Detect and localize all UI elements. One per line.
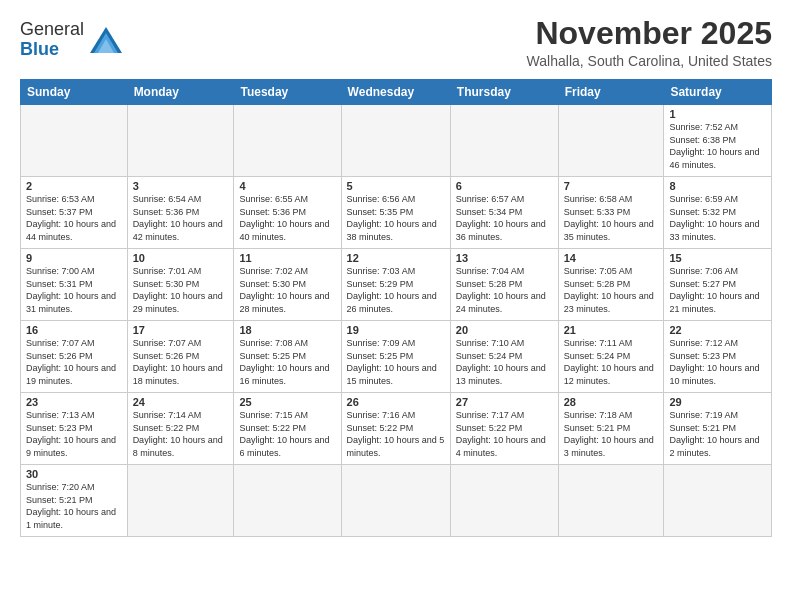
- day-info: Sunrise: 7:07 AM Sunset: 5:26 PM Dayligh…: [26, 337, 122, 387]
- calendar-cell: 8Sunrise: 6:59 AM Sunset: 5:32 PM Daylig…: [664, 177, 772, 249]
- calendar-cell: 4Sunrise: 6:55 AM Sunset: 5:36 PM Daylig…: [234, 177, 341, 249]
- day-number: 24: [133, 396, 229, 408]
- day-info: Sunrise: 7:04 AM Sunset: 5:28 PM Dayligh…: [456, 265, 553, 315]
- calendar-cell: [450, 105, 558, 177]
- day-info: Sunrise: 7:12 AM Sunset: 5:23 PM Dayligh…: [669, 337, 766, 387]
- calendar-cell: 21Sunrise: 7:11 AM Sunset: 5:24 PM Dayli…: [558, 321, 664, 393]
- calendar-week-row: 23Sunrise: 7:13 AM Sunset: 5:23 PM Dayli…: [21, 393, 772, 465]
- day-number: 2: [26, 180, 122, 192]
- day-info: Sunrise: 7:52 AM Sunset: 6:38 PM Dayligh…: [669, 121, 766, 171]
- calendar-cell: [234, 105, 341, 177]
- calendar-cell: [341, 105, 450, 177]
- day-info: Sunrise: 7:00 AM Sunset: 5:31 PM Dayligh…: [26, 265, 122, 315]
- day-info: Sunrise: 7:14 AM Sunset: 5:22 PM Dayligh…: [133, 409, 229, 459]
- day-info: Sunrise: 7:03 AM Sunset: 5:29 PM Dayligh…: [347, 265, 445, 315]
- weekday-header: Friday: [558, 80, 664, 105]
- weekday-header: Wednesday: [341, 80, 450, 105]
- day-info: Sunrise: 7:19 AM Sunset: 5:21 PM Dayligh…: [669, 409, 766, 459]
- day-number: 23: [26, 396, 122, 408]
- weekday-header: Tuesday: [234, 80, 341, 105]
- day-number: 6: [456, 180, 553, 192]
- day-number: 9: [26, 252, 122, 264]
- day-number: 5: [347, 180, 445, 192]
- day-number: 7: [564, 180, 659, 192]
- day-number: 11: [239, 252, 335, 264]
- calendar-cell: 6Sunrise: 6:57 AM Sunset: 5:34 PM Daylig…: [450, 177, 558, 249]
- day-number: 30: [26, 468, 122, 480]
- calendar-cell: 10Sunrise: 7:01 AM Sunset: 5:30 PM Dayli…: [127, 249, 234, 321]
- day-info: Sunrise: 7:01 AM Sunset: 5:30 PM Dayligh…: [133, 265, 229, 315]
- calendar-cell: [127, 105, 234, 177]
- logo-blue: Blue: [20, 39, 59, 59]
- day-number: 14: [564, 252, 659, 264]
- calendar-cell: 7Sunrise: 6:58 AM Sunset: 5:33 PM Daylig…: [558, 177, 664, 249]
- day-number: 12: [347, 252, 445, 264]
- weekday-header: Saturday: [664, 80, 772, 105]
- calendar-cell: 17Sunrise: 7:07 AM Sunset: 5:26 PM Dayli…: [127, 321, 234, 393]
- calendar-cell: [234, 465, 341, 537]
- day-info: Sunrise: 6:55 AM Sunset: 5:36 PM Dayligh…: [239, 193, 335, 243]
- weekday-header: Sunday: [21, 80, 128, 105]
- calendar-header-row: SundayMondayTuesdayWednesdayThursdayFrid…: [21, 80, 772, 105]
- calendar-cell: 14Sunrise: 7:05 AM Sunset: 5:28 PM Dayli…: [558, 249, 664, 321]
- day-number: 18: [239, 324, 335, 336]
- day-number: 13: [456, 252, 553, 264]
- day-info: Sunrise: 6:58 AM Sunset: 5:33 PM Dayligh…: [564, 193, 659, 243]
- calendar-cell: 20Sunrise: 7:10 AM Sunset: 5:24 PM Dayli…: [450, 321, 558, 393]
- calendar-cell: 23Sunrise: 7:13 AM Sunset: 5:23 PM Dayli…: [21, 393, 128, 465]
- day-number: 26: [347, 396, 445, 408]
- weekday-header: Monday: [127, 80, 234, 105]
- day-number: 3: [133, 180, 229, 192]
- day-number: 16: [26, 324, 122, 336]
- day-info: Sunrise: 7:13 AM Sunset: 5:23 PM Dayligh…: [26, 409, 122, 459]
- calendar-week-row: 30Sunrise: 7:20 AM Sunset: 5:21 PM Dayli…: [21, 465, 772, 537]
- day-info: Sunrise: 7:20 AM Sunset: 5:21 PM Dayligh…: [26, 481, 122, 531]
- day-info: Sunrise: 7:05 AM Sunset: 5:28 PM Dayligh…: [564, 265, 659, 315]
- day-info: Sunrise: 6:53 AM Sunset: 5:37 PM Dayligh…: [26, 193, 122, 243]
- calendar-cell: 24Sunrise: 7:14 AM Sunset: 5:22 PM Dayli…: [127, 393, 234, 465]
- logo-general: General: [20, 19, 84, 39]
- day-info: Sunrise: 7:07 AM Sunset: 5:26 PM Dayligh…: [133, 337, 229, 387]
- calendar-cell: 18Sunrise: 7:08 AM Sunset: 5:25 PM Dayli…: [234, 321, 341, 393]
- day-number: 8: [669, 180, 766, 192]
- calendar-cell: 9Sunrise: 7:00 AM Sunset: 5:31 PM Daylig…: [21, 249, 128, 321]
- calendar-cell: 11Sunrise: 7:02 AM Sunset: 5:30 PM Dayli…: [234, 249, 341, 321]
- calendar-cell: 19Sunrise: 7:09 AM Sunset: 5:25 PM Dayli…: [341, 321, 450, 393]
- month-title: November 2025: [527, 16, 772, 51]
- day-info: Sunrise: 7:16 AM Sunset: 5:22 PM Dayligh…: [347, 409, 445, 459]
- day-number: 28: [564, 396, 659, 408]
- header: GeneralBlue November 2025 Walhalla, Sout…: [20, 16, 772, 69]
- calendar-week-row: 1Sunrise: 7:52 AM Sunset: 6:38 PM Daylig…: [21, 105, 772, 177]
- calendar-cell: 28Sunrise: 7:18 AM Sunset: 5:21 PM Dayli…: [558, 393, 664, 465]
- calendar-week-row: 2Sunrise: 6:53 AM Sunset: 5:37 PM Daylig…: [21, 177, 772, 249]
- day-number: 21: [564, 324, 659, 336]
- day-info: Sunrise: 7:17 AM Sunset: 5:22 PM Dayligh…: [456, 409, 553, 459]
- calendar-cell: [341, 465, 450, 537]
- calendar-cell: 29Sunrise: 7:19 AM Sunset: 5:21 PM Dayli…: [664, 393, 772, 465]
- day-number: 19: [347, 324, 445, 336]
- logo-area: GeneralBlue: [20, 16, 124, 60]
- day-info: Sunrise: 6:54 AM Sunset: 5:36 PM Dayligh…: [133, 193, 229, 243]
- calendar-table: SundayMondayTuesdayWednesdayThursdayFrid…: [20, 79, 772, 537]
- calendar-cell: 22Sunrise: 7:12 AM Sunset: 5:23 PM Dayli…: [664, 321, 772, 393]
- calendar-cell: 3Sunrise: 6:54 AM Sunset: 5:36 PM Daylig…: [127, 177, 234, 249]
- calendar-cell: [21, 105, 128, 177]
- day-info: Sunrise: 7:10 AM Sunset: 5:24 PM Dayligh…: [456, 337, 553, 387]
- day-info: Sunrise: 7:15 AM Sunset: 5:22 PM Dayligh…: [239, 409, 335, 459]
- calendar-cell: [558, 105, 664, 177]
- calendar-cell: [127, 465, 234, 537]
- logo-icon: [88, 25, 124, 55]
- day-number: 10: [133, 252, 229, 264]
- day-number: 1: [669, 108, 766, 120]
- calendar-cell: [450, 465, 558, 537]
- calendar-week-row: 9Sunrise: 7:00 AM Sunset: 5:31 PM Daylig…: [21, 249, 772, 321]
- day-number: 15: [669, 252, 766, 264]
- day-info: Sunrise: 7:11 AM Sunset: 5:24 PM Dayligh…: [564, 337, 659, 387]
- calendar-cell: [558, 465, 664, 537]
- day-info: Sunrise: 7:18 AM Sunset: 5:21 PM Dayligh…: [564, 409, 659, 459]
- day-number: 25: [239, 396, 335, 408]
- day-number: 29: [669, 396, 766, 408]
- day-info: Sunrise: 6:59 AM Sunset: 5:32 PM Dayligh…: [669, 193, 766, 243]
- calendar-cell: 1Sunrise: 7:52 AM Sunset: 6:38 PM Daylig…: [664, 105, 772, 177]
- page: GeneralBlue November 2025 Walhalla, Sout…: [0, 0, 792, 612]
